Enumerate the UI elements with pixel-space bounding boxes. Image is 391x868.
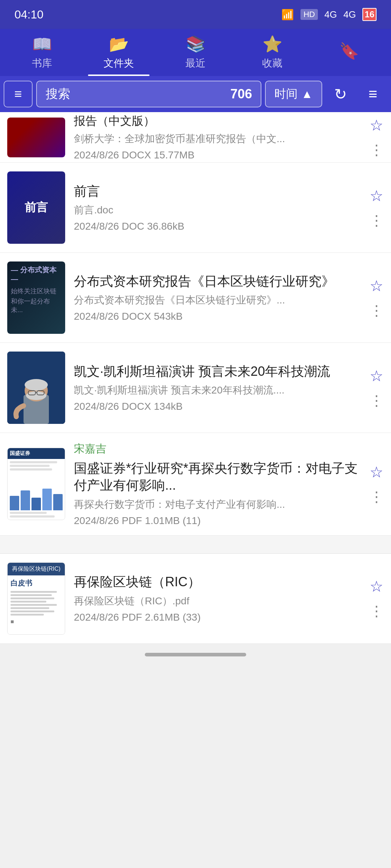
file-thumbnail: 国盛证券 (7, 448, 65, 520)
file-info: 凯文·凯利斯坦福演讲 预言未来20年科技潮流 凯文·凯利斯坦福演讲 预言未来20… (74, 363, 361, 413)
list-spacer (0, 536, 391, 554)
status-bar: 04:10 📶 HD 4G 4G 16 (0, 0, 391, 29)
sort-button[interactable]: 时间 ▲ (265, 81, 322, 107)
file-actions: ☆ ⋮ (369, 187, 384, 229)
file-size: 15.77MB (154, 149, 194, 161)
tab-library-label: 书库 (32, 56, 52, 70)
file-name: 分布式资本研究报告《日本区块链行业研究》 (74, 273, 361, 290)
file-date: 2024/8/26 (74, 221, 119, 232)
svg-point-3 (25, 379, 48, 391)
more-button[interactable]: ⋮ (369, 212, 384, 229)
tab-favorites[interactable]: ⭐ 收藏 (234, 29, 311, 76)
refresh-button[interactable]: ↻ (326, 81, 355, 107)
wifi-icon: 📶 (281, 9, 294, 21)
file-actions: ☆ ⋮ (369, 578, 384, 619)
file-date: 2024/8/26 (74, 149, 119, 161)
file-info: 宋嘉吉 国盛证券*行业研究*再探央行数字货币：对电子支付产业有何影响... 再探… (74, 442, 361, 527)
star-button[interactable]: ☆ (370, 578, 383, 595)
home-indicator (0, 644, 391, 665)
menu-icon: ≡ (14, 86, 22, 102)
list-view-button[interactable]: ≡ (358, 81, 387, 107)
tab-folder[interactable]: 📂 文件夹 (80, 29, 157, 76)
file-size: 543kB (154, 311, 182, 322)
file-type: DOCX (122, 311, 154, 322)
file-date: 2024/8/26 (74, 311, 119, 322)
file-meta: 2024/8/26 DOCX 134kB (74, 401, 361, 412)
toolbar: ≡ 搜索 706 时间 ▲ ↻ ≡ (0, 76, 391, 112)
list-item[interactable]: 凯文·凯利斯坦福演讲 预言未来20年科技潮流 凯文·凯利斯坦福演讲 预言未来20… (0, 343, 391, 433)
file-type: DOCX (122, 149, 154, 161)
file-size: 2.61MB (145, 612, 180, 623)
file-size: 1.01MB (145, 515, 180, 526)
tab-favorites-label: 收藏 (262, 56, 282, 70)
search-count: 706 (230, 86, 252, 102)
home-bar (145, 653, 246, 656)
file-actions: ☆ ⋮ (369, 367, 384, 409)
sort-label: 时间 (274, 86, 298, 102)
file-actions: ☆ ⋮ (369, 277, 384, 319)
file-filename: 再保险区块链（RIC）.pdf (74, 594, 361, 608)
more-button[interactable]: ⋮ (369, 603, 384, 619)
library-icon: 📖 (32, 35, 52, 54)
file-info: 前言 前言.doc 2024/8/26 DOC 36.86kB (74, 183, 361, 233)
file-meta: 2024/8/26 PDF 1.01MB (11) (74, 515, 361, 527)
file-name: 国盛证券*行业研究*再探央行数字货币：对电子支付产业有何影响... (74, 460, 361, 494)
status-icons: 📶 HD 4G 4G 16 (281, 8, 377, 21)
more-button[interactable]: ⋮ (369, 141, 384, 158)
file-name: 报告（中文版） (74, 114, 361, 129)
more-button[interactable]: ⋮ (369, 488, 384, 505)
more-button[interactable]: ⋮ (369, 302, 384, 319)
tab-bookmark[interactable]: 🔖 (311, 29, 387, 76)
file-size: 134kB (154, 401, 182, 412)
file-date: 2024/8/26 (74, 515, 119, 526)
star-button[interactable]: ☆ (370, 116, 383, 134)
file-name: 凯文·凯利斯坦福演讲 预言未来20年科技潮流 (74, 363, 361, 380)
menu-button[interactable]: ≡ (4, 81, 33, 107)
signal-4g2-icon: 4G (344, 9, 356, 20)
file-desc: 再探央行数字货币：对电子支付产业有何影响... (74, 498, 361, 511)
list-item[interactable]: 前言 前言 前言.doc 2024/8/26 DOC 36.86kB ☆ ⋮ (0, 163, 391, 253)
file-date: 2024/8/26 (74, 612, 119, 623)
star-button[interactable]: ☆ (370, 277, 383, 295)
refresh-icon: ↻ (334, 85, 347, 103)
star-button[interactable]: ☆ (370, 367, 383, 385)
search-label: 搜索 (46, 86, 70, 102)
list-item[interactable]: — 分布式资本 — 始终关注区块链 和你一起分布未... 分布式资本研究报告《日… (0, 253, 391, 343)
tab-folder-label: 文件夹 (104, 56, 134, 70)
more-button[interactable]: ⋮ (369, 392, 384, 409)
bookmark-icon: 🔖 (339, 42, 359, 60)
tab-library[interactable]: 📖 书库 (4, 29, 80, 76)
file-author: 宋嘉吉 (74, 442, 361, 456)
time: 04:10 (14, 8, 43, 21)
star-button[interactable]: ☆ (370, 463, 383, 481)
file-thumbnail: 再保险区块链(RIC) 白皮书 ■ (7, 562, 65, 635)
list-item[interactable]: 国盛证券 宋嘉吉 (0, 433, 391, 536)
recent-icon: 📚 (186, 35, 206, 54)
file-type: PDF (122, 612, 145, 623)
list-icon: ≡ (369, 85, 378, 103)
file-date: 2024/8/26 (74, 401, 119, 412)
file-info: 报告（中文版） 剑桥大学：全球加密货币基准研究报告（中文... 2024/8/2… (74, 114, 361, 161)
tab-recent[interactable]: 📚 最近 (157, 29, 234, 76)
file-type: PDF (122, 515, 145, 526)
file-type: DOC (122, 221, 147, 232)
file-thumbnail: — 分布式资本 — 始终关注区块链 和你一起分布未... (7, 261, 65, 334)
file-pages: (11) (182, 515, 201, 526)
file-info: 分布式资本研究报告《日本区块链行业研究》 分布式资本研究报告《日本区块链行业研究… (74, 273, 361, 323)
file-list: 报告（中文版） 剑桥大学：全球加密货币基准研究报告（中文... 2024/8/2… (0, 112, 391, 644)
hd-icon: HD (300, 9, 318, 20)
file-info: 再保险区块链（RIC） 再保险区块链（RIC）.pdf 2024/8/26 PD… (74, 574, 361, 623)
file-pages: (33) (182, 612, 201, 623)
star-button[interactable]: ☆ (370, 187, 383, 205)
file-name: 前言 (74, 183, 361, 200)
file-desc: 剑桥大学：全球加密货币基准研究报告（中文... (74, 132, 361, 146)
list-item[interactable]: 再保险区块链(RIC) 白皮书 ■ 再保险区块链（RIC） 再保险区块链（RIC… (0, 554, 391, 644)
battery-icon: 16 (362, 8, 377, 21)
file-thumbnail: 前言 (7, 171, 65, 244)
tab-bar: 📖 书库 📂 文件夹 📚 最近 ⭐ 收藏 🔖 (0, 29, 391, 76)
file-name: 再保险区块链（RIC） (74, 574, 361, 591)
search-box[interactable]: 搜索 706 (36, 81, 261, 107)
file-actions: ☆ ⋮ (369, 463, 384, 505)
file-thumbnail (7, 352, 65, 424)
list-item[interactable]: 报告（中文版） 剑桥大学：全球加密货币基准研究报告（中文... 2024/8/2… (0, 112, 391, 163)
